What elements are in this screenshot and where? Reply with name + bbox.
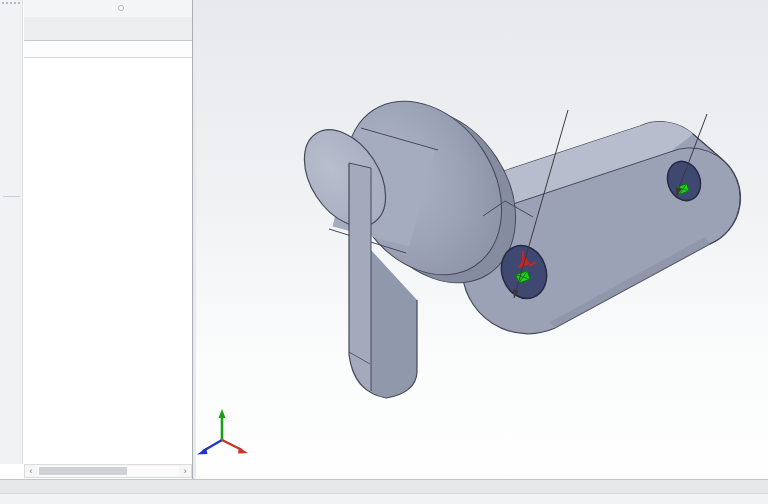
feature-tree-filter[interactable]	[24, 41, 192, 58]
scroll-right-arrow[interactable]: ›	[179, 466, 191, 476]
panel-horizontal-scrollbar: ‹ ›	[24, 464, 192, 478]
scroll-left-arrow[interactable]: ‹	[25, 466, 37, 476]
scrollbar-track[interactable]	[37, 466, 179, 476]
part-3d-view[interactable]	[196, 0, 768, 479]
feature-tree	[24, 58, 192, 464]
toolbar-drag-handle[interactable]	[2, 2, 20, 4]
bottom-toolbar-strip	[0, 493, 768, 504]
annotation-toolbar	[0, 0, 23, 464]
panel-top-strip	[24, 0, 192, 17]
scrollbar-thumb[interactable]	[39, 467, 127, 475]
panel-collapse-handle[interactable]	[118, 5, 124, 11]
graphics-viewport[interactable]	[196, 0, 768, 479]
solidworks-window: { "left_toolbar": { "items": [ {"name": …	[0, 0, 768, 504]
orientation-triad	[197, 409, 248, 455]
panel-tab-bar	[24, 17, 192, 41]
toolbar-separator	[3, 196, 20, 197]
document-tab-bar	[0, 479, 768, 493]
